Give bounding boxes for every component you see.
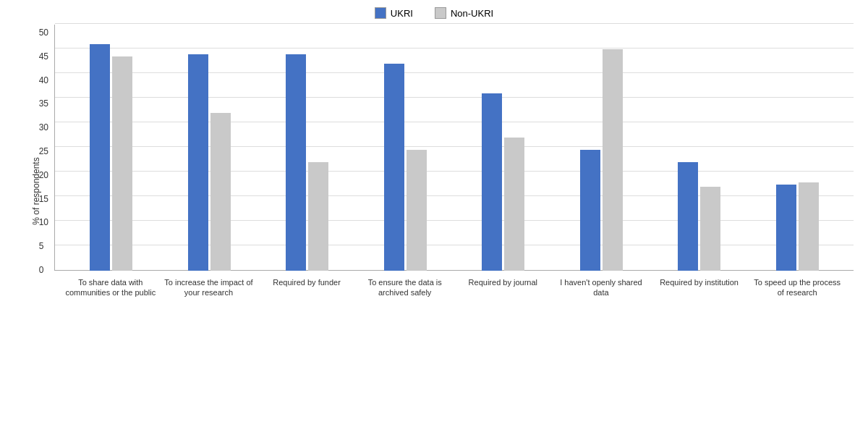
legend-item-non-ukri: Non-UKRI [435,7,493,19]
bar-non-ukri [308,162,328,271]
bar-non-ukri [603,49,623,271]
x-label-item: To share data with communities or the pu… [61,274,160,298]
y-tick: 45 [39,52,48,61]
y-axis-label: % of respondents [31,148,41,235]
bar-non-ukri [407,150,427,271]
grid-and-bars [54,25,854,271]
bar-non-ukri [799,182,819,271]
x-label-item: I haven't openly shared data [552,274,650,298]
legend-swatch-ukri [375,7,386,19]
legend-label-ukri: UKRI [391,8,413,19]
bar-group [161,25,259,271]
bar-ukri [482,93,502,271]
y-tick: 5 [39,242,48,250]
bar-group [650,25,749,271]
bar-group [258,25,357,271]
grid-line [55,23,854,24]
bar-ukri [188,54,208,271]
bars-row [55,25,854,271]
bar-group [62,25,161,271]
plot-area: To share data with communities or the pu… [54,25,854,358]
x-labels: To share data with communities or the pu… [54,274,854,298]
chart-container: UKRI Non-UKRI % of respondents 051015202… [0,0,868,422]
x-label-item: Required by funder [258,274,356,298]
bar-ukri [776,185,796,271]
bar-non-ukri [700,187,720,271]
bar-non-ukri [112,56,132,271]
x-label-item: To speed up the process of research [748,274,846,298]
chart-legend: UKRI Non-UKRI [14,7,854,19]
legend-swatch-non-ukri [435,7,446,19]
bar-ukri [678,162,698,271]
bar-group [454,25,553,271]
bar-ukri [580,150,600,271]
bar-group [749,25,847,271]
chart-area: % of respondents 05101520253035404550 To… [14,25,854,358]
legend-label-non-ukri: Non-UKRI [451,8,493,19]
legend-item-ukri: UKRI [375,7,413,19]
y-tick: 0 [39,266,48,274]
bar-non-ukri [210,113,231,271]
y-tick: 30 [39,123,48,132]
x-label-item: To increase the impact of your research [160,274,258,298]
bar-ukri [384,64,404,271]
bar-ukri [90,44,110,271]
x-label-item: Required by institution [650,274,749,298]
y-axis: % of respondents 05101520253035404550 [14,25,54,358]
bar-group [553,25,651,271]
x-label-item: Required by journal [454,274,553,298]
y-tick: 40 [39,76,48,85]
bar-non-ukri [504,138,524,271]
y-tick: 35 [39,99,48,108]
x-label-item: To ensure the data is archived safely [356,274,454,298]
bar-group [357,25,455,271]
y-tick: 50 [39,28,48,37]
bar-ukri [286,54,306,271]
